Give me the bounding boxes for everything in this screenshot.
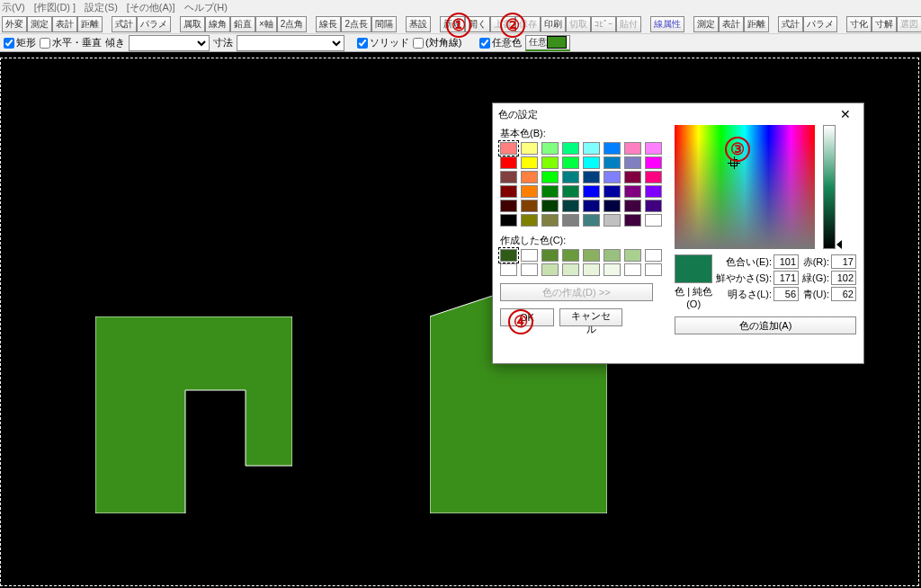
opt-tilt-combo[interactable]: [129, 35, 210, 51]
basic-swatch[interactable]: [500, 156, 517, 169]
basic-swatch[interactable]: [604, 200, 621, 212]
basic-swatch[interactable]: [624, 142, 641, 155]
basic-swatch[interactable]: [541, 142, 559, 155]
hue-input[interactable]: [773, 254, 799, 269]
basic-swatch[interactable]: [562, 200, 579, 212]
menu-help[interactable]: ヘルプ(H): [184, 1, 228, 14]
basic-swatch[interactable]: [645, 171, 662, 183]
custom-swatch[interactable]: [521, 249, 538, 262]
color-picker-field[interactable]: [675, 125, 815, 249]
basic-swatch[interactable]: [624, 185, 641, 198]
tb-xjiku[interactable]: ×軸: [255, 16, 277, 32]
basic-swatch[interactable]: [562, 171, 579, 183]
tb-sencho[interactable]: 線長: [316, 16, 341, 32]
basic-swatch[interactable]: [645, 156, 662, 169]
basic-swatch[interactable]: [645, 142, 662, 155]
tb-senzokusei[interactable]: 線属性: [650, 16, 684, 32]
tb-senzu[interactable]: 選図: [897, 16, 921, 32]
basic-swatch[interactable]: [624, 200, 641, 212]
basic-swatch[interactable]: [604, 142, 621, 155]
opt-diag[interactable]: (対角線): [413, 36, 461, 49]
tb-paste[interactable]: 貼付: [616, 16, 641, 32]
menu-other[interactable]: [その他(A)]: [127, 1, 175, 14]
blue-input[interactable]: [831, 287, 856, 301]
tb-senkaku[interactable]: 線角: [205, 16, 230, 32]
opt-hv[interactable]: 水平・垂直: [40, 36, 102, 49]
basic-swatch[interactable]: [500, 185, 517, 198]
basic-swatch[interactable]: [541, 214, 559, 227]
custom-swatch[interactable]: [541, 249, 559, 262]
basic-swatch[interactable]: [604, 185, 621, 198]
tb-hyokei1[interactable]: 表計: [52, 16, 77, 32]
tb-param1[interactable]: パラメ: [137, 16, 171, 32]
basic-swatch[interactable]: [500, 142, 517, 155]
basic-swatch[interactable]: [645, 200, 662, 212]
ok-button[interactable]: OK: [500, 308, 554, 326]
basic-swatch[interactable]: [583, 214, 600, 227]
custom-swatch[interactable]: [645, 263, 662, 276]
basic-swatch[interactable]: [500, 214, 517, 227]
basic-swatch[interactable]: [583, 142, 600, 155]
tb-kisetsu[interactable]: 基設: [406, 16, 431, 32]
add-color-button[interactable]: 色の追加(A): [675, 316, 856, 334]
custom-swatch[interactable]: [624, 249, 641, 262]
cancel-button[interactable]: キャンセル: [559, 308, 622, 326]
basic-swatch[interactable]: [541, 185, 559, 198]
tb-shiki1[interactable]: 式計: [112, 16, 137, 32]
tb-sunkai[interactable]: 寸解: [872, 16, 897, 32]
basic-swatch[interactable]: [562, 185, 579, 198]
custom-swatch[interactable]: [562, 249, 579, 262]
tb-hyokei2[interactable]: 表計: [719, 16, 744, 32]
basic-swatch[interactable]: [604, 214, 621, 227]
tb-zokutori[interactable]: 属取: [180, 16, 205, 32]
basic-swatch[interactable]: [521, 214, 538, 227]
basic-swatch[interactable]: [562, 156, 579, 169]
basic-swatch[interactable]: [521, 156, 538, 169]
basic-swatch[interactable]: [541, 156, 559, 169]
basic-swatch[interactable]: [500, 171, 517, 183]
basic-swatch[interactable]: [521, 142, 538, 155]
opt-rect[interactable]: 矩形: [4, 36, 36, 49]
close-button[interactable]: ✕: [833, 105, 858, 123]
sat-input[interactable]: [773, 271, 799, 285]
basic-swatch[interactable]: [604, 156, 621, 169]
basic-swatch[interactable]: [521, 171, 538, 183]
custom-swatch[interactable]: [645, 249, 662, 262]
basic-swatch[interactable]: [541, 200, 559, 212]
tb-uwagaki[interactable]: 上書: [490, 16, 515, 32]
tb-hiraku[interactable]: 開く: [465, 16, 490, 32]
basic-swatch[interactable]: [562, 142, 579, 155]
basic-swatch[interactable]: [500, 200, 517, 212]
tb-kiritori[interactable]: 切取: [566, 16, 591, 32]
menu-view[interactable]: 示(V): [2, 1, 25, 14]
basic-swatch[interactable]: [645, 214, 662, 227]
opt-dim-combo[interactable]: [237, 35, 344, 51]
basic-swatch[interactable]: [583, 200, 600, 212]
basic-swatch[interactable]: [583, 156, 600, 169]
opt-arbcol[interactable]: 任意色: [479, 36, 522, 49]
tb-shinki[interactable]: 新規: [440, 16, 465, 32]
basic-swatch[interactable]: [624, 156, 641, 169]
lum-input[interactable]: [773, 287, 799, 301]
custom-swatch[interactable]: [500, 263, 517, 276]
menu-settings[interactable]: 設定(S): [85, 1, 118, 14]
opt-arbcol-btn[interactable]: 任意: [525, 35, 570, 51]
custom-swatch[interactable]: [562, 263, 579, 276]
basic-swatch[interactable]: [604, 171, 621, 183]
tb-sunka[interactable]: 寸化: [846, 16, 872, 32]
basic-swatch[interactable]: [583, 171, 600, 183]
tb-enchoku[interactable]: 鉛直: [230, 16, 255, 32]
custom-swatch[interactable]: [604, 263, 621, 276]
custom-swatch[interactable]: [624, 263, 641, 276]
menu-draw[interactable]: [作図(D) ]: [34, 1, 76, 14]
basic-swatch[interactable]: [521, 185, 538, 198]
tb-2tenkaku[interactable]: 2点角: [277, 16, 308, 32]
basic-swatch[interactable]: [624, 214, 641, 227]
tb-shiki2[interactable]: 式計: [778, 16, 803, 32]
tb-kyori2[interactable]: 距離: [744, 16, 769, 32]
basic-swatch[interactable]: [645, 185, 662, 198]
red-input[interactable]: [831, 254, 856, 269]
basic-swatch[interactable]: [562, 214, 579, 227]
tb-sokutei2[interactable]: 測定: [693, 16, 719, 32]
custom-swatch[interactable]: [583, 249, 600, 262]
